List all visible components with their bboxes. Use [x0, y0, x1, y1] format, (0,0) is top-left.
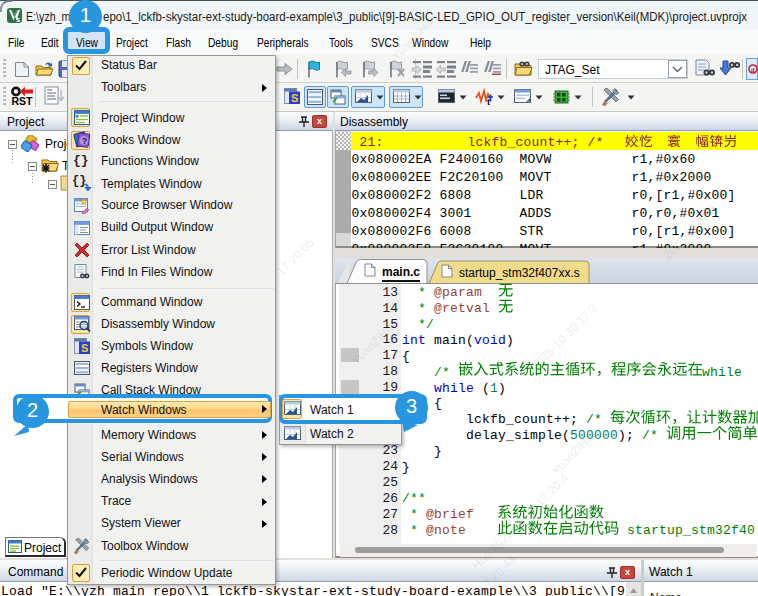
svg-text:S: S — [291, 92, 298, 104]
svg-text:RST: RST — [12, 95, 34, 107]
svg-text:?: ? — [82, 136, 88, 146]
svg-text:s: s — [16, 15, 20, 24]
svg-text:d: d — [751, 66, 755, 73]
svg-text:t: t — [487, 97, 490, 106]
svg-text:S: S — [81, 342, 88, 354]
